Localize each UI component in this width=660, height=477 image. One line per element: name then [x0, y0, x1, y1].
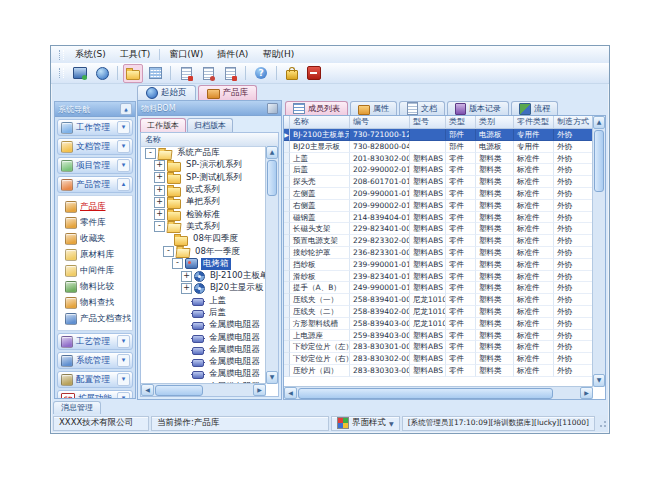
sidebar-item-产品库[interactable]: 产品库	[58, 199, 132, 215]
version-tab-归档版本[interactable]: 归档版本	[187, 118, 233, 132]
table-row[interactable]: 上盖201-830302-00E塑料ABS零件塑料类标准件外协条	[284, 153, 593, 165]
sidebar-collapse-icon[interactable]	[120, 103, 132, 115]
chevron-down-icon[interactable]	[117, 159, 130, 172]
tree-node-金属膜电阻器[interactable]: 金属膜电阻器	[141, 331, 266, 343]
menu-item-1[interactable]: 系统(S)	[68, 47, 113, 62]
exit-button[interactable]	[304, 64, 324, 83]
collapse-toggle-icon[interactable]: -	[172, 258, 183, 269]
sidebar-item-产品文档查找[interactable]: 产品文档查找	[58, 311, 132, 327]
table-row[interactable]: 预置电源支架229-823302-00E塑料ABS零件塑料类标准件外协条	[284, 235, 593, 247]
tree-node-金属膜电阻器[interactable]: 金属膜电阻器	[141, 381, 266, 383]
table-row[interactable]: 下纱定位片（左）283-830301-00E塑料ABS零件塑料类标准件外协条	[284, 341, 593, 353]
expand-toggle-icon[interactable]: +	[154, 197, 165, 208]
tree-node-金属膜电阻器[interactable]: 金属膜电阻器	[141, 344, 266, 356]
message-management-tab[interactable]: 消息管理	[53, 401, 101, 414]
sidebar-section-扩展功能[interactable]: SP扩展功能	[57, 390, 133, 398]
doc-delete-button[interactable]	[176, 64, 196, 83]
document-tab-产品库[interactable]: 产品库	[198, 85, 258, 100]
chevron-up-icon[interactable]	[117, 178, 130, 191]
table-row[interactable]: 左侧盖209-990001-01E塑料ABS零件塑料类标准件外协条	[284, 188, 593, 200]
tree-node-金属膜电阻器[interactable]: 金属膜电阻器	[141, 368, 266, 380]
table-row[interactable]: 压纱片（四）283-830303-00E塑料ABS零件塑料类标准件外协条	[284, 365, 593, 377]
menu-item-4[interactable]: 插件(A)	[210, 47, 255, 62]
sidebar-item-原材料库[interactable]: 原材料库	[58, 247, 132, 263]
column-header-类别[interactable]: 类别	[476, 116, 514, 129]
interface-style-dropdown[interactable]: 界面样式 ▼	[331, 416, 400, 431]
sidebar-item-物料查找[interactable]: 物料查找	[58, 295, 132, 311]
sidebar-section-产品管理[interactable]: 产品管理	[57, 176, 133, 193]
folder-button[interactable]	[123, 64, 143, 83]
column-header-编号[interactable]: 编号	[350, 116, 410, 129]
computer-button[interactable]	[70, 64, 90, 83]
sidebar-section-文档管理[interactable]: 文档管理	[57, 138, 133, 155]
tree-node-欧式系列[interactable]: +欧式系列	[141, 184, 266, 196]
tree-node-检验标准[interactable]: +检验标准	[141, 208, 266, 220]
report-button[interactable]	[145, 64, 165, 83]
collapse-toggle-icon[interactable]: -	[145, 148, 156, 159]
table-row[interactable]: 挡纱板239-990001-01E塑料ABS零件塑料类标准件外协条	[284, 259, 593, 271]
detail-tab-版本记录[interactable]: 版本记录	[447, 101, 509, 115]
sidebar-section-工作管理[interactable]: 工作管理	[57, 119, 133, 136]
table-vertical-scrollbar[interactable]: ▲ ▼	[592, 116, 605, 387]
tree-node-电烤箱[interactable]: -电烤箱	[141, 258, 266, 270]
table-row[interactable]: 后盖202-990002-01E塑料ABS零件塑料类标准件外协条	[284, 164, 593, 176]
doc-audit-button[interactable]	[198, 64, 218, 83]
detail-tab-属性[interactable]: 属性	[350, 101, 397, 115]
tree-node-上盖[interactable]: 上盖	[141, 295, 266, 307]
tree-node-系统产品库[interactable]: -系统产品库	[141, 147, 266, 159]
column-header-型号[interactable]: 型号	[410, 116, 446, 129]
table-row[interactable]: 接纱轮护罩236-823301-00E塑料ABS零件塑料类标准件外协条	[284, 247, 593, 259]
chevron-down-icon[interactable]	[117, 140, 130, 153]
tree-horizontal-scrollbar[interactable]: ◀ ▶	[141, 383, 266, 396]
table-horizontal-scrollbar[interactable]: ◀ ▶	[284, 386, 593, 399]
sidebar-section-配置管理[interactable]: 配置管理	[57, 371, 133, 388]
table-row[interactable]: ▶BJ-2100主板单元730-721000-12E部件电源板专用件外协颗	[284, 129, 593, 141]
tree-column-header[interactable]: 名称	[141, 133, 278, 147]
lock-button[interactable]	[282, 64, 302, 83]
expand-toggle-icon[interactable]: +	[154, 185, 165, 196]
column-header-制造方式[interactable]: 制造方式	[554, 116, 594, 129]
chevron-down-icon[interactable]	[117, 121, 130, 134]
table-row[interactable]: 压线夹（一）258-839401-00E尼龙1010零件塑料类标准件外协条	[284, 294, 593, 306]
scroll-left-button[interactable]: ◀	[141, 384, 154, 396]
scroll-down-button[interactable]: ▼	[266, 371, 278, 384]
expand-toggle-icon[interactable]: +	[154, 160, 165, 171]
table-row[interactable]: 方形塑料线槽258-839403-00E尼龙1010零件塑料类标准件外协条	[284, 318, 593, 330]
column-header-零件类型[interactable]: 零件类型	[514, 116, 554, 129]
globe-button[interactable]	[92, 64, 112, 83]
expand-toggle-icon[interactable]: +	[154, 209, 165, 220]
drag-handle-icon[interactable]	[59, 50, 64, 60]
scroll-thumb[interactable]	[267, 160, 277, 196]
table-row[interactable]: 右侧盖209-990002-01E塑料ABS零件塑料类标准件外协条	[284, 200, 593, 212]
resize-grip[interactable]	[597, 418, 607, 428]
expand-toggle-icon[interactable]: +	[181, 283, 192, 294]
document-tab-起始页[interactable]: 起始页	[137, 85, 196, 100]
tree-node-金属膜电阻器[interactable]: 金属膜电阻器	[141, 356, 266, 368]
doc-stamp-button[interactable]	[220, 64, 240, 83]
table-row[interactable]: 长磁头支架229-823401-00E塑料ABS零件塑料类标准件外协条	[284, 223, 593, 235]
scroll-right-button[interactable]: ▶	[253, 384, 266, 396]
column-header-名称[interactable]: 名称	[290, 116, 350, 129]
sidebar-item-物料比较[interactable]: 物料比较	[58, 279, 132, 295]
tree-node-BJ-2100主板单元[interactable]: +BJ-2100主板单元	[141, 270, 266, 282]
tree-node-SP-演示机系列[interactable]: +SP-演示机系列	[141, 159, 266, 171]
tree-node-08年四季度[interactable]: 08年四季度	[141, 233, 266, 245]
table-row[interactable]: 滑纱板239-823401-01E塑料ABS零件塑料类标准件外协条	[284, 271, 593, 283]
menu-item-5[interactable]: 帮助(H)	[255, 47, 301, 62]
scroll-up-button[interactable]: ▲	[266, 146, 278, 159]
scroll-left-button[interactable]: ◀	[284, 387, 297, 399]
chevron-down-icon[interactable]	[117, 373, 130, 386]
tree-node-单把系列[interactable]: +单把系列	[141, 196, 266, 208]
version-tab-工作版本[interactable]: 工作版本	[140, 118, 186, 132]
scroll-down-button[interactable]: ▼	[593, 374, 605, 387]
detail-tab-流程[interactable]: 流程	[511, 101, 558, 115]
sidebar-item-中间件库[interactable]: 中间件库	[58, 263, 132, 279]
tree-node-后盖[interactable]: 后盖	[141, 307, 266, 319]
table-row[interactable]: BJ20主显示板730-828000-04E部件电源板专用件外协颗	[284, 141, 593, 153]
tree-node-BJ20主显示板[interactable]: +BJ20主显示板	[141, 282, 266, 294]
chevron-down-icon[interactable]	[117, 392, 130, 398]
table-row[interactable]: 下纱定位片（右）283-830302-00E塑料ABS零件塑料类标准件外协条	[284, 353, 593, 365]
sidebar-item-零件库[interactable]: 零件库	[58, 215, 132, 231]
pin-icon[interactable]	[267, 103, 278, 114]
table-row[interactable]: 磁钢盖214-839404-01E塑料ABS零件塑料类标准件外协条	[284, 212, 593, 224]
